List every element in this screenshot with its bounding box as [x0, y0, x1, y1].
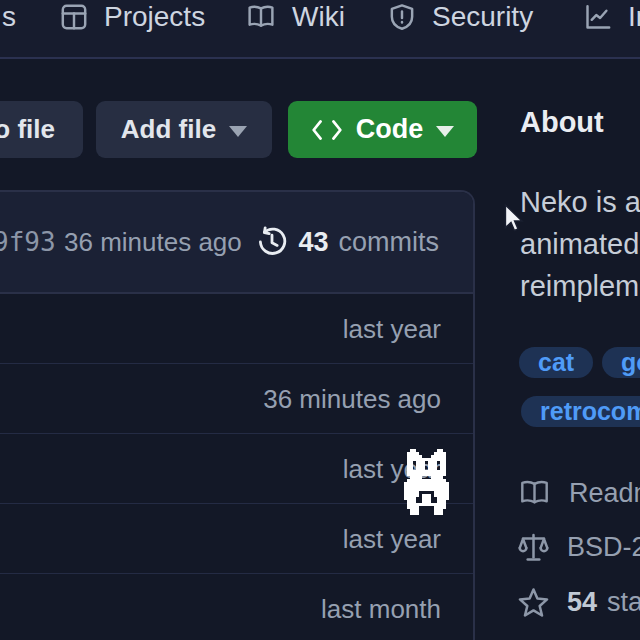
license-link[interactable]: BSD-2	[518, 531, 640, 563]
topic-tag-go[interactable]: go	[602, 347, 640, 378]
add-file-button[interactable]: Add file	[96, 101, 272, 158]
readme-link[interactable]: Readm	[518, 477, 640, 509]
graph-icon	[584, 3, 612, 31]
repo-description-line: Neko is a	[520, 186, 640, 219]
repo-description-line: animated	[520, 228, 639, 261]
repo-tab-bar: s Projects Wiki Security	[0, 0, 640, 59]
tab-projects-label: Projects	[104, 1, 205, 33]
chevron-down-icon	[229, 126, 247, 137]
file-updated-time[interactable]: last year	[343, 313, 441, 344]
file-updated-time[interactable]: 36 minutes ago	[263, 383, 441, 414]
tab-projects[interactable]: Projects	[60, 0, 205, 34]
tab-security[interactable]: Security	[388, 0, 533, 34]
about-heading: About	[520, 106, 604, 139]
chevron-down-icon	[436, 126, 454, 137]
project-table-icon	[60, 3, 88, 31]
topic-tag-cat[interactable]: cat	[519, 347, 593, 378]
github-repo-page: s Projects Wiki Security	[0, 0, 640, 640]
repo-description-line: reimplem	[520, 270, 639, 303]
commits-count: 43	[298, 227, 328, 258]
tab-actions-label: s	[2, 1, 16, 33]
tab-wiki[interactable]: Wiki	[246, 0, 345, 34]
file-updated-time[interactable]: last year	[343, 523, 441, 554]
tab-actions-partial[interactable]: s	[2, 0, 16, 34]
neko-cat-sprite	[404, 449, 449, 515]
file-row[interactable]: last month	[0, 574, 473, 640]
file-rows: last year36 minutes agolast yearlast yea…	[0, 294, 473, 640]
license-label: BSD-2	[567, 532, 640, 563]
law-icon	[518, 532, 549, 563]
latest-commit-bar: 9f93 36 minutes ago 43 commits	[0, 192, 473, 294]
tab-security-label: Security	[432, 1, 533, 33]
go-to-file-label: o file	[0, 114, 55, 145]
file-row[interactable]: 36 minutes ago	[0, 364, 473, 434]
code-button-label: Code	[356, 114, 424, 145]
stars-label: sta	[607, 587, 640, 618]
book-icon	[246, 3, 276, 31]
history-clock-icon	[256, 226, 288, 258]
code-button[interactable]: Code	[288, 101, 477, 158]
file-row[interactable]: last year	[0, 294, 473, 364]
star-icon	[518, 587, 549, 618]
file-row[interactable]: last year	[0, 434, 473, 504]
book-icon	[518, 478, 551, 508]
commits-history-link[interactable]: 43 commits	[256, 226, 439, 258]
stars-count: 54	[567, 587, 597, 618]
stars-link[interactable]: 54 sta	[518, 586, 640, 618]
commits-label: commits	[339, 227, 440, 258]
tab-insights-label: In	[628, 1, 640, 33]
go-to-file-button[interactable]: o file	[0, 101, 83, 158]
shield-icon	[388, 3, 416, 31]
file-table: 9f93 36 minutes ago 43 commits last year…	[0, 190, 475, 640]
tab-wiki-label: Wiki	[292, 1, 345, 33]
file-updated-time[interactable]: last month	[321, 593, 441, 624]
commit-time: 36 minutes ago	[64, 227, 242, 258]
commit-hash-link[interactable]: 9f93	[0, 227, 56, 257]
add-file-label: Add file	[121, 114, 216, 145]
topic-tag-retrocomputing[interactable]: retrocomp	[521, 396, 640, 427]
file-row[interactable]: last year	[0, 504, 473, 574]
code-brackets-icon	[311, 118, 343, 142]
readme-label: Readm	[569, 478, 640, 509]
tab-insights[interactable]: In	[584, 0, 640, 34]
mouse-cursor-icon	[503, 204, 525, 234]
